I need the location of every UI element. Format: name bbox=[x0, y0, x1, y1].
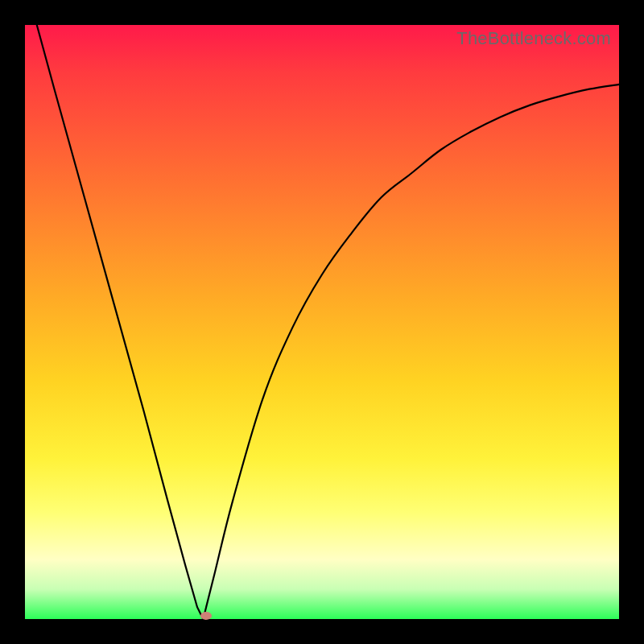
chart-frame: TheBottleneck.com bbox=[0, 0, 644, 644]
curve-right-branch bbox=[203, 85, 619, 619]
curve-left-branch bbox=[37, 25, 204, 619]
plot-area: TheBottleneck.com bbox=[25, 25, 619, 619]
bottleneck-marker-dot bbox=[200, 612, 212, 620]
bottleneck-curve bbox=[25, 25, 619, 619]
